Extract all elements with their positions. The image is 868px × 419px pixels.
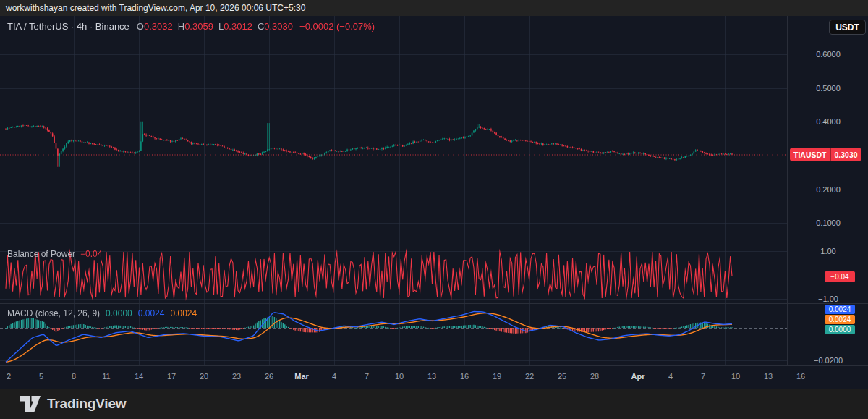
- ohlc-item-L: L0.3012: [218, 21, 252, 32]
- bop-axis-label: −1.00: [788, 294, 868, 304]
- time-tick: 23: [232, 372, 241, 381]
- price-axis-label: 0.6000: [788, 49, 868, 59]
- ohlc-item-C: C0.3030: [258, 21, 293, 32]
- price-axis-label: 0.4000: [788, 117, 868, 127]
- time-tick: 13: [764, 372, 773, 381]
- chart-canvas[interactable]: [0, 16, 787, 388]
- price-axis-label: 0.1000: [788, 218, 868, 228]
- time-axis[interactable]: 258111417202326Mar4710131619222528Apr471…: [0, 365, 868, 389]
- time-tick: 16: [796, 372, 805, 381]
- macd-hist-value: 0.0000: [106, 308, 132, 318]
- time-tick: 7: [701, 372, 705, 381]
- chart-area: TIA / TetherUS · 4h · Binance O0.3032H0.…: [0, 16, 868, 388]
- attribution-text: workwithshayan created with TradingView.…: [6, 3, 305, 13]
- macd-signal-value: 0.0024: [170, 308, 197, 318]
- ohlc-item-H: H0.3059: [178, 21, 213, 32]
- time-tick: 5: [39, 372, 43, 381]
- time-tick-month: Mar: [294, 372, 309, 381]
- time-tick: 8: [72, 372, 76, 381]
- bop-legend: Balance of Power −0.04: [7, 249, 102, 259]
- bop-value-badge: −0.04: [825, 271, 855, 282]
- bop-indicator-title[interactable]: Balance of Power: [7, 249, 75, 259]
- pane-separator-bop[interactable]: [0, 245, 868, 245]
- macd-value-badge-1: 0.0024: [825, 315, 855, 324]
- time-tick: 22: [525, 372, 534, 381]
- bop-axis-label: 1.00: [788, 246, 868, 256]
- last-price-value: 0.3030: [831, 148, 861, 161]
- time-tick: 4: [332, 372, 336, 381]
- ohlc-values: O0.3032H0.3059L0.3012C0.3030: [137, 21, 298, 32]
- macd-value-badge-0: 0.0024: [825, 305, 855, 314]
- time-tick: 13: [427, 372, 436, 381]
- last-price-symbol: TIAUSDT: [790, 148, 831, 161]
- time-tick: 11: [102, 372, 110, 381]
- time-tick-month: Apr: [631, 372, 645, 381]
- macd-axis-label: −0.0200: [788, 355, 868, 365]
- pane-separator-macd[interactable]: [0, 303, 868, 304]
- symbol-legend: TIA / TetherUS · 4h · Binance O0.3032H0.…: [7, 21, 375, 32]
- price-axis-label: 0.2000: [788, 185, 868, 195]
- time-tick: 10: [731, 372, 740, 381]
- time-tick: 25: [558, 372, 566, 381]
- symbol-title[interactable]: TIA / TetherUS · 4h · Binance: [7, 21, 129, 32]
- time-tick: 7: [365, 372, 369, 381]
- bop-indicator-value: −0.04: [80, 249, 102, 259]
- time-tick: 28: [590, 372, 599, 381]
- attribution-bar: workwithshayan created with TradingView.…: [0, 0, 868, 16]
- time-tick: 20: [200, 372, 208, 381]
- macd-indicator-title[interactable]: MACD (close, 12, 26, 9): [7, 308, 100, 318]
- tradingview-logo-text: TradingView: [47, 396, 126, 412]
- macd-legend: MACD (close, 12, 26, 9) 0.0000 0.0024 0.…: [7, 308, 197, 318]
- tradingview-window: workwithshayan created with TradingView.…: [0, 0, 868, 419]
- time-tick: 26: [265, 372, 273, 381]
- ohlc-item-O: O0.3032: [137, 21, 173, 32]
- footer-bar: TradingView: [0, 388, 868, 419]
- time-tick: 16: [460, 372, 469, 381]
- time-tick: 2: [7, 372, 11, 381]
- last-price-label: TIAUSDT 0.3030: [790, 148, 861, 161]
- change-value: −0.0002 (−0.07%): [299, 21, 375, 32]
- currency-toggle-button[interactable]: USDT: [829, 20, 866, 35]
- time-tick: 10: [395, 372, 404, 381]
- time-tick: 14: [135, 372, 143, 381]
- time-tick: 19: [493, 372, 501, 381]
- time-tick: 17: [167, 372, 176, 381]
- time-tick: 4: [668, 372, 673, 381]
- tradingview-logo[interactable]: TradingView: [20, 396, 126, 412]
- macd-line-value: 0.0024: [138, 308, 165, 318]
- macd-value-badge-2: 0.0000: [825, 325, 855, 334]
- price-axis-label: 0.5000: [788, 83, 868, 93]
- tradingview-logo-icon: [20, 396, 41, 412]
